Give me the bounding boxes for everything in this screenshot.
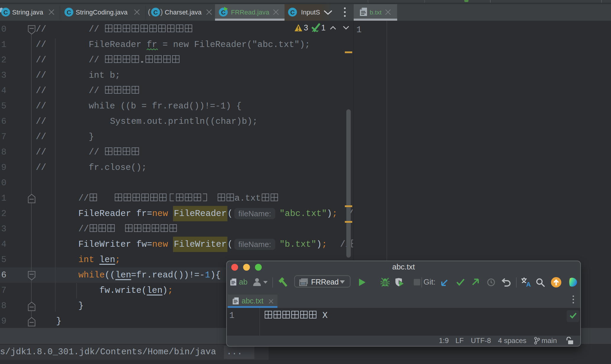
svg-text:A: A — [526, 281, 531, 287]
